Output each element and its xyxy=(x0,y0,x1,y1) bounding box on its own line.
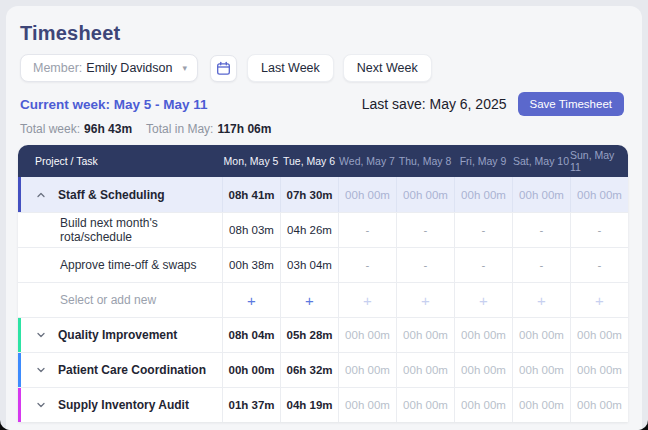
plus-icon: + xyxy=(479,292,488,309)
project-toggle[interactable]: Patient Care Coordination xyxy=(18,353,222,387)
add-entry-cell[interactable]: + xyxy=(570,283,628,317)
plus-icon: + xyxy=(363,292,372,309)
chevron-down-icon xyxy=(30,330,52,340)
day-cell: 00h 00m xyxy=(396,353,454,387)
plus-icon: + xyxy=(595,292,604,309)
total-week-value: 96h 43m xyxy=(84,122,132,136)
day-cell: 00h 00m xyxy=(454,318,512,352)
plus-icon: + xyxy=(247,292,256,309)
day-cell: 00h 00m xyxy=(338,318,396,352)
row-label: Patient Care Coordination xyxy=(58,363,206,377)
timesheet-table: Project / TaskMon, May 5Tue, May 6Wed, M… xyxy=(18,145,628,422)
total-week-label: Total week: xyxy=(20,122,80,136)
day-cell: 08h 41m xyxy=(222,177,280,212)
day-cell: 01h 37m xyxy=(222,388,280,422)
day-cell: 00h 00m xyxy=(512,353,570,387)
day-cell[interactable]: - xyxy=(338,248,396,282)
day-cell: 00h 00m xyxy=(396,388,454,422)
chevron-down-icon xyxy=(30,365,52,375)
day-cell[interactable]: 03h 04m xyxy=(280,248,338,282)
day-cell: 00h 00m xyxy=(570,353,628,387)
day-cell: 08h 04m xyxy=(222,318,280,352)
project-toggle[interactable]: Supply Inventory Audit xyxy=(18,388,222,422)
day-cell[interactable]: 04h 26m xyxy=(280,213,338,247)
project-toggle[interactable]: Staff & Scheduling xyxy=(18,177,222,212)
add-entry-cell[interactable]: + xyxy=(396,283,454,317)
task-name: Build next month's rota/schedule xyxy=(18,213,222,247)
day-cell[interactable]: - xyxy=(454,213,512,247)
day-cell[interactable]: - xyxy=(454,248,512,282)
totals-bar: Total week: 96h 43m Total in May: 117h 0… xyxy=(20,122,271,136)
day-cell[interactable]: - xyxy=(338,213,396,247)
add-entry-cell[interactable]: + xyxy=(338,283,396,317)
day-cell[interactable]: - xyxy=(396,248,454,282)
task-row: Approve time-off & swaps00h 38m03h 04m--… xyxy=(18,247,628,282)
dropdown-caret-icon: ▾ xyxy=(182,63,187,73)
member-select[interactable]: Member: Emily Davidson ▾ xyxy=(20,54,198,82)
day-cell: 00h 00m xyxy=(454,388,512,422)
day-cell: 00h 00m xyxy=(338,353,396,387)
task-name: Approve time-off & swaps xyxy=(18,248,222,282)
day-cell: 04h 19m xyxy=(280,388,338,422)
plus-icon: + xyxy=(421,292,430,309)
calendar-icon xyxy=(216,61,231,76)
row-label: Approve time-off & swaps xyxy=(30,258,197,272)
column-header-day: Fri, May 9 xyxy=(454,145,512,177)
column-header-day: Wed, May 7 xyxy=(338,145,396,177)
column-header-day: Thu, May 8 xyxy=(396,145,454,177)
week-bar: Current week: May 5 - May 11 Last save: … xyxy=(20,90,624,118)
task-row: Build next month's rota/schedule08h 03m0… xyxy=(18,212,628,247)
project-toggle[interactable]: Quality Improvement xyxy=(18,318,222,352)
total-month-label: Total in May: xyxy=(146,122,213,136)
day-cell: 00h 00m xyxy=(222,353,280,387)
day-cell: 00h 00m xyxy=(570,388,628,422)
column-header-day: Mon, May 5 xyxy=(222,145,280,177)
calendar-button[interactable] xyxy=(210,55,237,82)
current-week-label: Current week: May 5 - May 11 xyxy=(20,97,208,112)
project-row: Staff & Scheduling08h 41m07h 30m00h 00m0… xyxy=(18,177,628,212)
day-cell: 00h 00m xyxy=(570,177,628,212)
table-body: Staff & Scheduling08h 41m07h 30m00h 00m0… xyxy=(18,177,628,422)
timesheet-card: Timesheet Member: Emily Davidson ▾ Last … xyxy=(6,6,642,430)
day-cell[interactable]: - xyxy=(512,248,570,282)
row-label: Select or add new xyxy=(30,293,156,307)
add-entry-cell[interactable]: + xyxy=(512,283,570,317)
add-entry-cell[interactable]: + xyxy=(454,283,512,317)
day-cell[interactable]: 00h 38m xyxy=(222,248,280,282)
row-label: Supply Inventory Audit xyxy=(58,398,189,412)
add-row: Select or add new+++++++ xyxy=(18,282,628,317)
day-cell[interactable]: - xyxy=(570,248,628,282)
add-task-selector[interactable]: Select or add new xyxy=(18,283,222,317)
row-label: Build next month's rota/schedule xyxy=(30,216,222,244)
day-cell[interactable]: - xyxy=(570,213,628,247)
save-timesheet-button[interactable]: Save Timesheet xyxy=(518,92,624,116)
day-cell[interactable]: 08h 03m xyxy=(222,213,280,247)
column-header-task: Project / Task xyxy=(18,145,222,177)
chevron-up-icon xyxy=(30,190,52,200)
day-cell: 00h 00m xyxy=(454,177,512,212)
day-cell[interactable]: - xyxy=(512,213,570,247)
add-entry-cell[interactable]: + xyxy=(222,283,280,317)
plus-icon: + xyxy=(305,292,314,309)
day-cell: 07h 30m xyxy=(280,177,338,212)
day-cell: 00h 00m xyxy=(512,177,570,212)
column-header-day: Sat, May 10 xyxy=(512,145,570,177)
table-header-row: Project / TaskMon, May 5Tue, May 6Wed, M… xyxy=(18,145,628,177)
day-cell: 00h 00m xyxy=(338,177,396,212)
project-row: Patient Care Coordination00h 00m06h 32m0… xyxy=(18,352,628,387)
day-cell: 06h 32m xyxy=(280,353,338,387)
column-header-day: Tue, May 6 xyxy=(280,145,338,177)
day-cell: 00h 00m xyxy=(512,388,570,422)
member-select-value: Emily Davidson xyxy=(86,61,172,75)
next-week-button[interactable]: Next Week xyxy=(343,54,432,82)
member-select-label: Member: xyxy=(33,61,82,75)
add-entry-cell[interactable]: + xyxy=(280,283,338,317)
total-month-value: 117h 06m xyxy=(217,122,271,136)
day-cell: 00h 00m xyxy=(454,353,512,387)
last-week-button[interactable]: Last Week xyxy=(247,54,334,82)
day-cell: 00h 00m xyxy=(512,318,570,352)
day-cell[interactable]: - xyxy=(396,213,454,247)
day-cell: 00h 00m xyxy=(570,318,628,352)
page-title: Timesheet xyxy=(20,22,120,45)
row-label: Quality Improvement xyxy=(58,328,177,342)
